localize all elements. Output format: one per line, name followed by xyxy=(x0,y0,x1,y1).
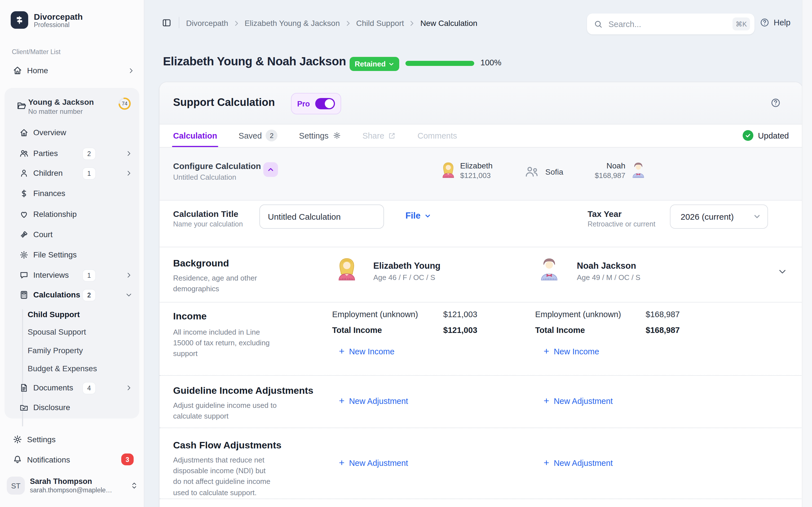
user-menu[interactable]: ST Sarah Thompson sarah.thompson@maplele… xyxy=(7,474,138,497)
file-dropdown[interactable]: File xyxy=(405,211,430,221)
sidebar-subitem-budget-expenses[interactable]: Budget & Expenses xyxy=(28,362,97,375)
chevron-down-icon xyxy=(125,291,133,298)
chevron-down-icon xyxy=(753,213,761,220)
search-bar[interactable]: ⌘K xyxy=(587,13,755,34)
cashflow-adjustments-section: Cash Flow Adjustments Adjustments that r… xyxy=(160,428,802,499)
progress-percent: 100% xyxy=(480,58,501,67)
saved-count-badge: 2 xyxy=(266,129,278,142)
tax-year-label: Tax Year xyxy=(588,209,655,219)
folder-check-icon xyxy=(19,402,29,412)
breadcrumb-current: New Calculation xyxy=(420,18,477,27)
new-income-link[interactable]: New Income xyxy=(339,347,395,356)
elizabeth-avatar xyxy=(439,161,457,179)
sidebar-item-relationship[interactable]: Relationship xyxy=(9,206,136,223)
sidebar-item-disclosure[interactable]: Disclosure xyxy=(9,399,136,416)
chevron-up-icon xyxy=(267,166,274,173)
calculation-title-label: Calculation Title xyxy=(173,209,243,219)
tab-saved[interactable]: Saved 2 xyxy=(239,124,277,147)
breadcrumb-item[interactable]: Divorcepath xyxy=(186,18,228,27)
tax-year-value: 2026 (current) xyxy=(680,212,733,221)
sidebar-item-court[interactable]: Court xyxy=(9,226,136,243)
search-icon xyxy=(594,19,603,29)
sidebar-item-documents[interactable]: Documents 4 xyxy=(9,379,136,396)
tab-comments[interactable]: Comments xyxy=(417,124,457,147)
gavel-icon xyxy=(19,230,29,239)
matter-title: Young & Jackson xyxy=(28,98,94,107)
sidebar-item-children[interactable]: Children 1 xyxy=(9,165,136,181)
sidebar-item-label: Disclosure xyxy=(33,403,70,412)
tab-calculation[interactable]: Calculation xyxy=(173,124,217,147)
income-row-label: Employment (unknown) xyxy=(332,310,418,319)
income-row-label: Employment (unknown) xyxy=(535,310,621,319)
calculation-title-input[interactable] xyxy=(259,205,384,229)
configure-title: Configure Calculation xyxy=(173,161,261,171)
updated-status: Updated xyxy=(743,130,789,141)
chevron-down-icon xyxy=(424,213,430,219)
income-section: Income All income included in Line 15000… xyxy=(160,302,802,376)
income-total-value: $121,003 xyxy=(443,326,477,335)
sidebar-item-finances[interactable]: Finances xyxy=(9,185,136,202)
matter-header[interactable]: Young & Jackson No matter number 74 xyxy=(4,95,139,119)
sidebar-item-label: Parties xyxy=(33,149,58,158)
configure-summary-row: Configure Calculation Untitled Calculati… xyxy=(160,148,802,201)
sidebar-item-interviews[interactable]: Interviews 1 xyxy=(9,267,136,283)
collapse-button[interactable] xyxy=(263,162,278,177)
sidebar-item-home[interactable]: Home xyxy=(7,62,138,79)
updated-label: Updated xyxy=(758,131,789,140)
pro-toggle-group[interactable]: Pro xyxy=(291,93,341,114)
pro-toggle[interactable] xyxy=(315,98,335,109)
sidebar-item-label: Interviews xyxy=(33,270,69,279)
sidebar-item-overview[interactable]: Overview xyxy=(9,124,136,141)
status-badge[interactable]: Retained xyxy=(350,57,399,71)
section-description: Residence, age and other demographics xyxy=(173,273,266,294)
tab-settings[interactable]: Settings xyxy=(299,124,341,147)
help-icon xyxy=(760,17,770,27)
sidebar-subitem-spousal-support[interactable]: Spousal Support xyxy=(28,325,86,339)
section-title: Guideline Income Adjustments xyxy=(173,385,313,397)
sidebar-subitem-child-support[interactable]: Child Support xyxy=(28,307,80,321)
scrollbar[interactable] xyxy=(802,0,812,507)
breadcrumb-item[interactable]: Elizabeth Young & Jackson xyxy=(245,18,340,27)
sidebar-item-notifications[interactable]: Notifications 3 xyxy=(7,451,138,468)
party2-summary: Noah $168,987 xyxy=(554,161,625,180)
card-title: Support Calculation xyxy=(173,96,275,109)
chat-icon xyxy=(19,270,29,280)
new-adjustment-link[interactable]: New Adjustment xyxy=(544,397,613,406)
income-total-label: Total Income xyxy=(332,326,382,335)
user-email: sarah.thompson@maplele… xyxy=(30,486,112,494)
divider xyxy=(179,17,179,28)
sidebar-item-label: Relationship xyxy=(33,210,77,219)
sidebar-item-file-settings[interactable]: File Settings xyxy=(9,246,136,263)
tab-bar: Calculation Saved 2 Settings Share Comme… xyxy=(160,124,802,148)
party2-background: Noah Jackson Age 49 / M / OC / S xyxy=(577,260,640,283)
help-circle-icon[interactable] xyxy=(770,98,781,108)
new-adjustment-link[interactable]: New Adjustment xyxy=(339,459,408,467)
search-input[interactable] xyxy=(607,19,728,29)
breadcrumb-item[interactable]: Child Support xyxy=(356,18,404,27)
sidebar-item-settings[interactable]: Settings xyxy=(7,431,138,448)
brand[interactable]: Divorcepath Professional xyxy=(11,11,83,29)
users-icon xyxy=(19,149,29,158)
brand-tier: Professional xyxy=(34,21,83,29)
sidebar-item-parties[interactable]: Parties 2 xyxy=(9,145,136,162)
notification-badge: 3 xyxy=(121,453,134,465)
new-adjustment-link[interactable]: New Adjustment xyxy=(339,397,408,406)
help-button[interactable]: Help xyxy=(760,17,791,27)
bell-icon xyxy=(12,455,22,465)
new-adjustment-link[interactable]: New Adjustment xyxy=(544,459,613,467)
sidebar-item-label: Children xyxy=(33,168,63,177)
new-income-link[interactable]: New Income xyxy=(544,347,599,356)
sidebar-item-calculations[interactable]: Calculations 2 xyxy=(9,286,136,303)
sidebar-subitem-family-property[interactable]: Family Property xyxy=(28,344,83,357)
section-title: Income xyxy=(173,311,207,322)
sidebar-toggle-icon[interactable] xyxy=(162,18,171,27)
tab-share[interactable]: Share xyxy=(362,124,396,147)
progress-bar xyxy=(405,61,474,66)
pro-label: Pro xyxy=(297,100,310,108)
tax-year-select[interactable]: 2026 (current) xyxy=(670,205,768,229)
search-shortcut-kbd: ⌘K xyxy=(732,17,750,31)
section-description: Adjust guideline income used to calculat… xyxy=(173,400,278,421)
chevron-down-icon[interactable] xyxy=(777,267,787,277)
tax-year-hint: Retroactive or current xyxy=(588,220,655,228)
configure-subtitle: Untitled Calculation xyxy=(173,173,236,181)
